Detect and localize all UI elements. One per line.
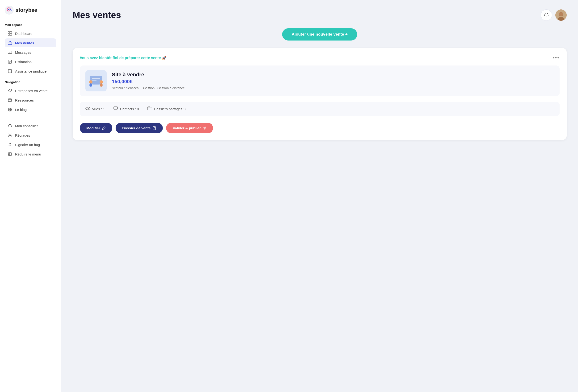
svg-rect-50 — [148, 107, 152, 110]
edit-icon — [102, 126, 106, 130]
more-options-button[interactable]: ••• — [553, 55, 560, 61]
estimation-icon — [7, 59, 12, 64]
storybee-logo-icon — [5, 6, 14, 15]
sidebar-item-conseiller-label: Mon conseiller — [15, 124, 38, 128]
svg-rect-45 — [92, 78, 100, 79]
sidebar-item-mes-ventes[interactable]: Mes ventes — [5, 39, 56, 47]
globe-icon — [7, 107, 12, 112]
dashboard-icon — [7, 31, 12, 36]
svg-rect-9 — [8, 51, 12, 53]
svg-point-42 — [90, 83, 92, 87]
svg-rect-10 — [8, 60, 11, 63]
contacts-label: Contacts : 0 — [120, 107, 139, 111]
svg-point-17 — [11, 89, 11, 90]
main-content: Mes ventes Ajouter une nouvelle — [61, 0, 578, 392]
svg-point-26 — [9, 144, 11, 146]
sidebar-item-assistance-label: Assistance juridique — [15, 69, 47, 73]
svg-rect-6 — [8, 34, 10, 35]
sale-price: 150,000€ — [112, 79, 554, 84]
svg-point-43 — [99, 80, 103, 84]
svg-point-25 — [9, 135, 11, 136]
publier-button[interactable]: Valider & publier — [166, 123, 213, 133]
notification-bell-button[interactable] — [541, 9, 552, 21]
svg-rect-23 — [8, 126, 9, 127]
header-actions — [541, 9, 567, 21]
svg-rect-46 — [92, 80, 96, 81]
sale-details: Site à vendre 150,000€ Secteur : Service… — [112, 72, 554, 90]
svg-point-44 — [100, 83, 103, 87]
dossier-button[interactable]: Dossier de vente — [116, 123, 163, 133]
mon-espace-label: Mon espace — [5, 23, 56, 27]
gestion-label: Gestion : — [143, 86, 156, 90]
sale-status-text: Vous avez bientôt fini de préparer cette… — [80, 56, 167, 60]
dossiers-stat: Dossiers partagés : 0 — [147, 106, 188, 112]
sidebar-item-bug[interactable]: Signaler un bug — [5, 140, 56, 149]
svg-point-2 — [8, 9, 9, 10]
vues-label: Vues : 1 — [92, 107, 105, 111]
gear-icon — [7, 133, 12, 138]
bug-icon — [7, 142, 12, 147]
briefcase-icon — [7, 40, 12, 45]
bell-icon — [544, 12, 549, 18]
sidebar-item-ressources[interactable]: Ressources — [5, 96, 56, 105]
sidebar-item-entreprises[interactable]: Entreprises en vente — [5, 86, 56, 95]
svg-rect-7 — [10, 34, 12, 35]
contacts-stat: Contacts : 0 — [113, 106, 139, 112]
svg-line-30 — [11, 146, 11, 146]
vues-stat: Vues : 1 — [85, 106, 105, 112]
sidebar-item-reglages[interactable]: Réglages — [5, 131, 56, 140]
svg-rect-18 — [8, 99, 11, 102]
sale-card-header: Vous avez bientôt fini de préparer cette… — [80, 55, 560, 61]
avatar-image — [555, 9, 567, 21]
avatar[interactable] — [555, 9, 567, 21]
folder-icon — [147, 106, 152, 112]
reduce-icon — [7, 152, 12, 157]
sale-name: Site à vendre — [112, 72, 554, 78]
modifier-label: Modifier — [86, 126, 100, 130]
sidebar-item-assistance[interactable]: Assistance juridique — [5, 67, 56, 76]
sidebar-item-blog-label: Le blog — [15, 108, 27, 112]
sidebar-item-dashboard[interactable]: Dashboard — [5, 29, 56, 38]
dossier-label: Dossier de vente — [122, 126, 150, 130]
svg-rect-49 — [114, 107, 117, 109]
sidebar-item-messages[interactable]: Messages — [5, 48, 56, 57]
sidebar-item-blog[interactable]: Le blog — [5, 105, 56, 114]
sale-stats: Vues : 1 Contacts : 0 Dossiers partagés … — [80, 102, 560, 116]
logo-area[interactable]: storybee — [5, 6, 56, 15]
sidebar-divider — [5, 118, 56, 118]
sidebar-item-dashboard-label: Dashboard — [15, 32, 32, 36]
svg-point-48 — [87, 108, 89, 109]
sale-actions: Modifier Dossier de vente Valider & publ… — [80, 123, 560, 133]
file-icon — [152, 126, 156, 130]
sidebar-item-reduire-label: Réduire le menu — [15, 152, 41, 156]
sidebar-item-entreprises-label: Entreprises en vente — [15, 89, 48, 93]
main-header: Mes ventes — [73, 9, 567, 21]
sale-thumbnail — [85, 70, 107, 91]
dossiers-label: Dossiers partagés : 0 — [154, 107, 188, 111]
sale-card: Vous avez bientôt fini de préparer cette… — [73, 48, 567, 140]
sidebar-item-reglages-label: Réglages — [15, 133, 30, 137]
svg-line-29 — [8, 146, 9, 146]
sidebar-item-reduire[interactable]: Réduire le menu — [5, 150, 56, 158]
svg-rect-5 — [10, 32, 12, 33]
eye-icon — [85, 106, 90, 112]
gestion-value: Gestion à distance — [157, 86, 185, 90]
secteur-label: Secteur : — [112, 86, 125, 90]
sidebar-item-mes-ventes-label: Mes ventes — [15, 41, 34, 45]
page-title: Mes ventes — [73, 10, 121, 20]
sale-illustration — [87, 71, 105, 90]
svg-point-41 — [89, 80, 93, 84]
sidebar-item-messages-label: Messages — [15, 50, 31, 54]
svg-rect-40 — [93, 84, 99, 84]
add-sale-button[interactable]: Ajouter une nouvelle vente + — [282, 28, 357, 40]
sidebar-item-conseiller[interactable]: Mon conseiller — [5, 121, 56, 130]
sidebar: storybee Mon espace Dashboard Mes ventes… — [0, 0, 61, 392]
modifier-button[interactable]: Modifier — [80, 123, 112, 133]
assistance-icon — [7, 69, 12, 74]
tag-icon — [7, 88, 12, 93]
logo-text: storybee — [16, 7, 37, 13]
svg-point-0 — [5, 6, 14, 15]
publier-label: Valider & publier — [173, 126, 200, 130]
sidebar-item-estimation-label: Estimation — [15, 60, 32, 64]
sidebar-item-estimation[interactable]: Estimation — [5, 57, 56, 66]
